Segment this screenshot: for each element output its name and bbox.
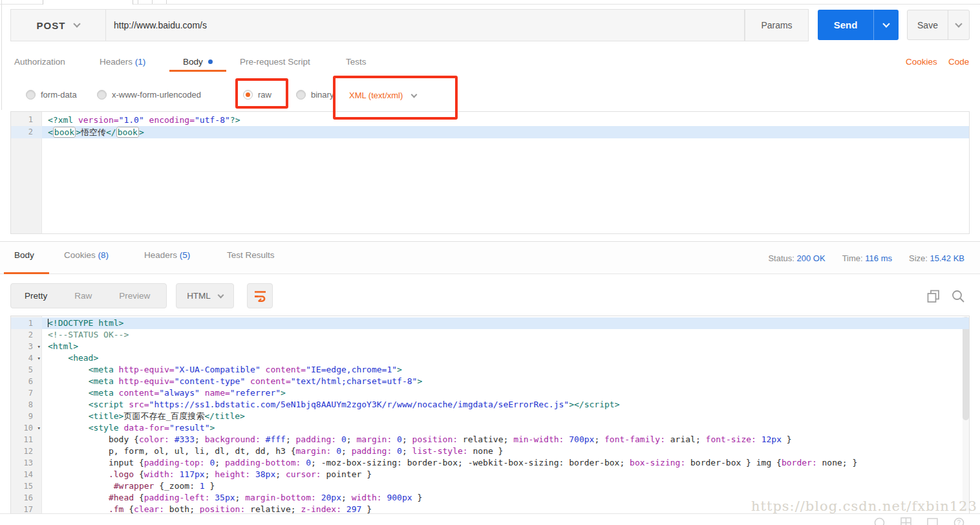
send-chevron-icon bbox=[882, 20, 889, 27]
response-tab-headers[interactable]: Headers (5) bbox=[144, 250, 190, 260]
search-icon[interactable] bbox=[952, 290, 964, 303]
console-window-icon[interactable] bbox=[927, 517, 938, 525]
line-number: 11 bbox=[11, 434, 42, 445]
code-line: 7 <meta content="always" name="referrer"… bbox=[11, 387, 969, 399]
view-mode-preview[interactable]: Preview bbox=[105, 291, 164, 301]
code-line-content: <title>页面不存在_百度搜索</title> bbox=[42, 411, 969, 422]
postman-app: { "request": { "method": "POST", "url": … bbox=[0, 0, 980, 525]
fold-arrow-icon[interactable]: ▾ bbox=[37, 352, 41, 364]
code-line-content: body {color: #333; background: #fff; pad… bbox=[42, 434, 969, 445]
radio-x-www-form-urlencoded[interactable]: x-www-form-urlencoded bbox=[97, 90, 201, 100]
raw-type-chevron-icon bbox=[411, 91, 418, 98]
raw-type-dropdown[interactable]: XML (text/xml) bbox=[349, 91, 416, 100]
code-line-content: <book>悟空传</book> bbox=[42, 126, 969, 138]
window-tabbar bbox=[0, 4, 980, 5]
request-body-editor[interactable]: 1<?xml version="1.0" encoding="utf-8"?>2… bbox=[10, 111, 970, 234]
response-body-editor[interactable]: 1<!DOCTYPE html>2<!--STATUS OK-->3▾<html… bbox=[10, 316, 970, 513]
radio-icon bbox=[296, 90, 306, 100]
tab-pre-request-script[interactable]: Pre-request Script bbox=[240, 57, 310, 67]
line-number: 10▾ bbox=[11, 422, 42, 434]
line-number: 14 bbox=[11, 469, 42, 480]
radio-icon bbox=[26, 90, 36, 100]
history-clock-icon[interactable] bbox=[874, 517, 885, 525]
save-chevron-icon bbox=[955, 20, 962, 27]
wrap-text-button[interactable] bbox=[247, 283, 273, 308]
line-number: 9 bbox=[11, 411, 42, 422]
watermark: https://blog.csdn.net/fxbin123 bbox=[751, 498, 977, 514]
code-line-content: <meta content="always" name="referrer"> bbox=[42, 387, 969, 399]
tab-divider bbox=[138, 0, 138, 4]
code-line: 12 p, form, ol, ul, li, dl, dt, dd, h3 {… bbox=[11, 445, 969, 457]
code-line-content: .logo {width: 117px; height: 38px; curso… bbox=[42, 469, 969, 480]
code-line: 15 #wrapper {_zoom: 1 } bbox=[11, 480, 969, 492]
line-number: 5 bbox=[11, 364, 42, 376]
cookies-count: (8) bbox=[98, 250, 109, 260]
tab-headers[interactable]: Headers (1) bbox=[100, 57, 145, 67]
svg-text:?: ? bbox=[957, 519, 961, 525]
response-tab-test-results[interactable]: Test Results bbox=[227, 250, 275, 260]
response-tab-cookies[interactable]: Cookies (8) bbox=[64, 250, 109, 260]
tab-body[interactable]: Body bbox=[183, 57, 213, 67]
cookies-link[interactable]: Cookies bbox=[906, 57, 937, 67]
code-line: 11 body {color: #333; background: #fff; … bbox=[11, 434, 969, 445]
view-mode-pretty[interactable]: Pretty bbox=[11, 291, 61, 301]
send-button[interactable]: Send bbox=[818, 10, 899, 40]
status-bar-icons: ? bbox=[874, 517, 964, 525]
code-line: 1<?xml version="1.0" encoding="utf-8"?> bbox=[11, 114, 969, 126]
tab-divider bbox=[166, 0, 167, 4]
line-number: 16 bbox=[11, 492, 42, 504]
method-dropdown[interactable]: POST bbox=[10, 9, 106, 41]
save-button[interactable]: Save bbox=[907, 10, 970, 40]
code-line: 10▾ <style data-for="result"> bbox=[11, 422, 969, 434]
line-number: 1 bbox=[11, 317, 42, 329]
fold-arrow-icon[interactable]: ▾ bbox=[37, 422, 41, 434]
status-badge: Status: 200 OK bbox=[768, 253, 825, 263]
code-line: 4▾ <head> bbox=[11, 352, 969, 364]
copy-icon[interactable] bbox=[927, 290, 940, 303]
tab-divider bbox=[152, 0, 153, 4]
line-number: 8 bbox=[11, 399, 42, 411]
save-options-button[interactable] bbox=[948, 10, 969, 39]
code-line-content: <head> bbox=[42, 352, 969, 364]
format-dropdown[interactable]: HTML bbox=[176, 283, 234, 308]
code-line-content: #wrapper {_zoom: 1 } bbox=[42, 480, 969, 492]
radio-binary[interactable]: binary bbox=[296, 90, 334, 100]
send-options-button[interactable] bbox=[874, 10, 899, 40]
tab-tests[interactable]: Tests bbox=[346, 57, 367, 67]
window-active-tab[interactable] bbox=[43, 0, 133, 5]
line-number: 4▾ bbox=[11, 352, 42, 364]
code-line-content: p, form, ol, ul, li, dl, dt, dd, h3 {mar… bbox=[42, 445, 969, 457]
code-line: 5 <meta http-equiv="X-UA-Compatible" con… bbox=[11, 364, 969, 376]
code-link[interactable]: Code bbox=[948, 57, 969, 67]
view-mode-switch: Pretty Raw Preview bbox=[10, 283, 167, 308]
line-number: 2 bbox=[11, 126, 42, 138]
response-tab-body[interactable]: Body bbox=[14, 250, 34, 260]
help-icon[interactable]: ? bbox=[953, 517, 964, 525]
response-tools bbox=[927, 290, 964, 303]
url-input[interactable]: http://www.baidu.com/s bbox=[106, 9, 745, 41]
view-mode-raw[interactable]: Raw bbox=[61, 291, 105, 301]
fold-arrow-icon[interactable]: ▾ bbox=[37, 341, 41, 352]
code-line: 2<book>悟空传</book> bbox=[11, 126, 969, 138]
response-active-tab-underline bbox=[4, 272, 49, 274]
response-headers-count: (5) bbox=[180, 250, 191, 260]
tab-authorization[interactable]: Authorization bbox=[14, 57, 65, 67]
radio-form-data[interactable]: form-data bbox=[26, 90, 77, 100]
response-meta: Status: 200 OK Time: 116 ms Size: 15.42 … bbox=[768, 253, 964, 263]
radio-raw[interactable]: raw bbox=[243, 90, 272, 100]
params-button[interactable]: Params bbox=[745, 9, 809, 41]
line-number: 12 bbox=[11, 445, 42, 457]
format-chevron-icon bbox=[217, 292, 224, 298]
send-label[interactable]: Send bbox=[818, 10, 874, 40]
code-line-content: <!DOCTYPE html> bbox=[42, 317, 969, 329]
line-number: 7 bbox=[11, 387, 42, 399]
code-line: 2<!--STATUS OK--> bbox=[11, 329, 969, 341]
method-label: POST bbox=[37, 20, 66, 31]
save-label[interactable]: Save bbox=[908, 10, 948, 39]
radio-icon bbox=[97, 90, 107, 100]
layout-grid-icon[interactable] bbox=[900, 517, 911, 525]
code-line: 1<!DOCTYPE html> bbox=[11, 317, 969, 329]
time-badge: Time: 116 ms bbox=[842, 253, 892, 263]
line-number: 3▾ bbox=[11, 341, 42, 352]
body-modified-dot-icon bbox=[208, 59, 213, 64]
